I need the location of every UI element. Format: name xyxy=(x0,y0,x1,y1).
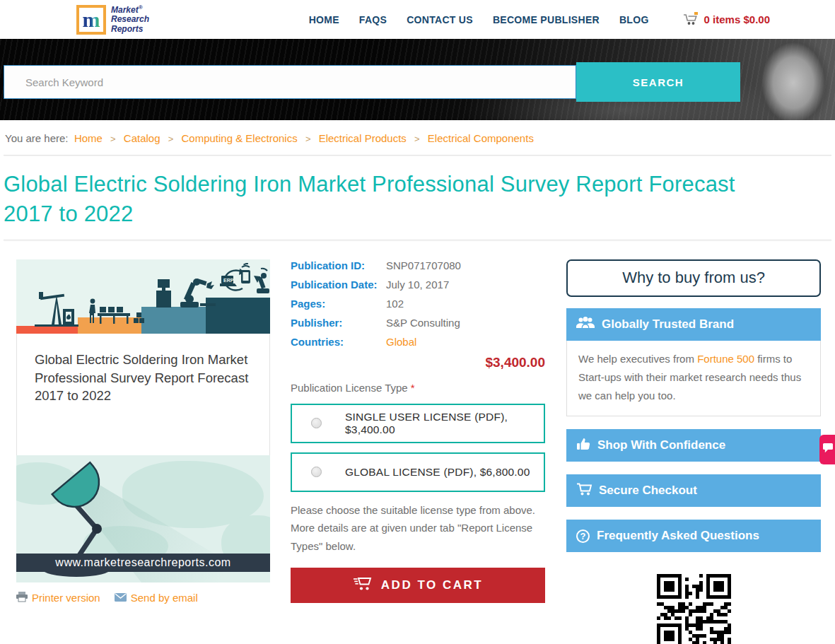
page-title: Global Electric Soldering Iron Market Pr… xyxy=(4,170,753,229)
cart-count-label: 0 items $0.00 xyxy=(704,13,770,25)
nav-blog[interactable]: BLOG xyxy=(619,14,649,25)
main-nav: HOME FAQS CONTACT US BECOME PUBLISHER BL… xyxy=(309,14,649,25)
faq-bar[interactable]: ? Frequently Asked Questions xyxy=(566,520,821,552)
add-to-cart-cart-icon xyxy=(353,576,372,595)
shop-with-confidence-bar[interactable]: Shop With Confidence xyxy=(566,429,821,462)
cover-title-text: Global Electric Soldering Iron Market Pr… xyxy=(35,352,248,404)
globally-trusted-brand-text: We help executives from Fortune 500 firm… xyxy=(566,341,821,417)
search-form: SEARCH xyxy=(4,62,740,102)
logo-m-icon: m xyxy=(76,5,106,35)
breadcrumb-catalog[interactable]: Catalog xyxy=(124,132,160,144)
report-cover-image: ERP Global Electric Solderin xyxy=(16,259,270,582)
top-header: m Market® Research Reports HOME FAQS CON… xyxy=(0,0,835,39)
hero-banner: SEARCH xyxy=(0,39,835,120)
nav-home[interactable]: HOME xyxy=(309,14,339,25)
license-note: Please choose the suitable license type … xyxy=(291,501,545,556)
detail-row-publication-id: Publication ID: SNP071707080 xyxy=(291,259,545,271)
detail-row-publisher: Publisher: S&P Consulting xyxy=(291,317,545,329)
license-type-label: Publication License Type * xyxy=(291,382,545,394)
add-to-cart-button[interactable]: ADD TO CART xyxy=(291,568,545,603)
publication-details-column: Publication ID: SNP071707080 Publication… xyxy=(291,259,545,644)
required-asterisk: * xyxy=(411,382,415,394)
detail-row-pages: Pages: 102 xyxy=(291,298,545,310)
thumbs-up-icon xyxy=(576,438,590,454)
cover-website-url: www.marketresearchreports.com xyxy=(55,556,230,569)
radio-single-user[interactable] xyxy=(311,418,322,428)
search-button[interactable]: SEARCH xyxy=(576,62,740,102)
question-circle-icon: ? xyxy=(576,529,590,543)
breadcrumb-prefix: You are here: xyxy=(5,132,69,144)
checkout-cart-icon xyxy=(576,483,592,499)
feedback-tab[interactable] xyxy=(819,435,835,464)
main-content: ERP Global Electric Solderin xyxy=(0,240,835,644)
secure-checkout-bar[interactable]: Secure Checkout xyxy=(566,474,821,507)
svg-text:ERP: ERP xyxy=(223,278,234,283)
breadcrumb-separator: > xyxy=(168,134,174,144)
detail-row-countries: Countries: Global xyxy=(291,336,545,348)
share-links: Printer version Send by email xyxy=(16,592,270,604)
nav-contact-us[interactable]: CONTACT US xyxy=(407,14,473,25)
nav-become-publisher[interactable]: BECOME PUBLISHER xyxy=(493,14,600,25)
breadcrumb-home[interactable]: Home xyxy=(74,132,103,144)
detail-row-publication-date: Publication Date: July 10, 2017 xyxy=(291,279,545,291)
license-option-single-user[interactable]: SINGLE USER LICENSE (PDF), $3,400.00 xyxy=(291,404,545,443)
erp-automation-icon: ERP xyxy=(220,263,269,301)
breadcrumb-computing-electronics[interactable]: Computing & Electronics xyxy=(181,132,297,144)
globally-trusted-brand-header: Globally Trusted Brand xyxy=(566,308,821,341)
robot-arm-icon xyxy=(156,275,216,310)
cart-icon xyxy=(683,12,699,28)
breadcrumb-separator: > xyxy=(305,134,311,144)
envelope-icon xyxy=(115,592,127,604)
fortune-500-link[interactable]: Fortune 500 xyxy=(697,353,754,365)
breadcrumb-electrical-components[interactable]: Electrical Components xyxy=(428,132,534,144)
cover-lamp-illustration: www.marketresearchreports.com xyxy=(16,455,270,582)
oil-derrick-icon xyxy=(35,286,78,330)
price: $3,400.00 xyxy=(291,355,545,370)
search-input[interactable] xyxy=(4,65,576,99)
breadcrumb-electrical-products[interactable]: Electrical Products xyxy=(319,132,407,144)
cover-industry-illustration: ERP xyxy=(16,259,270,334)
printer-version-link[interactable]: Printer version xyxy=(16,592,100,604)
cover-website-bar: www.marketresearchreports.com xyxy=(16,554,270,572)
breadcrumb-separator: > xyxy=(414,134,420,144)
countries-global-link[interactable]: Global xyxy=(386,336,416,348)
cover-title-panel: Global Electric Soldering Iron Market Pr… xyxy=(16,334,270,455)
nav-faqs[interactable]: FAQS xyxy=(359,14,387,25)
radio-global[interactable] xyxy=(311,467,322,477)
site-logo[interactable]: m Market® Research Reports xyxy=(76,5,149,35)
license-option-global[interactable]: GLOBAL LICENSE (PDF), $6,800.00 xyxy=(291,452,545,492)
divider xyxy=(4,155,831,156)
qr-code xyxy=(657,574,731,644)
chat-bubble-icon xyxy=(823,443,833,456)
cart-summary[interactable]: 0 items $0.00 xyxy=(683,12,770,28)
users-icon xyxy=(576,317,595,332)
why-to-buy-heading: Why to buy from us? xyxy=(566,259,821,297)
breadcrumb-separator: > xyxy=(110,134,116,144)
report-cover-column: ERP Global Electric Solderin xyxy=(16,259,270,644)
worker-conveyor-icon xyxy=(87,298,145,328)
printer-icon xyxy=(16,592,28,604)
logo-wordmark: Market® Research Reports xyxy=(111,5,149,34)
breadcrumb: You are here: Home > Catalog > Computing… xyxy=(0,120,835,144)
send-by-email-link[interactable]: Send by email xyxy=(115,592,198,604)
why-buy-sidebar: Why to buy from us? Globally Trusted Bra… xyxy=(566,259,821,644)
